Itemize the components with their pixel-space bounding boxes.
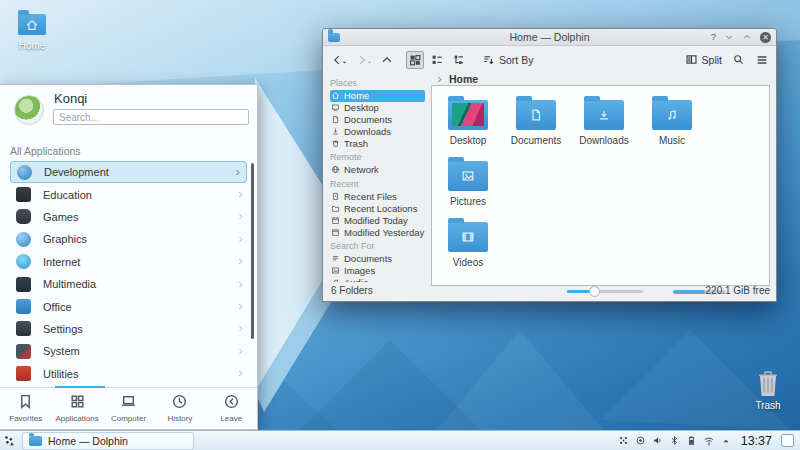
active-tab-indicator	[55, 386, 105, 388]
place-downloads[interactable]: Downloads	[330, 125, 431, 137]
folder-music[interactable]: Music	[638, 94, 706, 146]
task-folder-icon	[29, 436, 42, 446]
place-documents[interactable]: Documents	[330, 114, 431, 126]
zoom-slider[interactable]	[567, 290, 643, 293]
system-icon	[16, 344, 31, 359]
category-multimedia[interactable]: Multimedia	[0, 273, 257, 295]
dolphin-window: Home — Dolphin ? ✕ Sort By Split	[322, 28, 777, 302]
settings-icon	[16, 321, 31, 336]
category-games[interactable]: Games	[0, 206, 257, 228]
forward-button[interactable]	[355, 53, 373, 67]
desktop-home-shortcut[interactable]: Home	[6, 10, 58, 51]
kickoff-tabbar: Favorites Applications Computer History …	[0, 388, 257, 429]
search-icon[interactable]	[732, 53, 745, 66]
tab-history[interactable]: History	[154, 393, 205, 423]
place-modified-yesterday[interactable]: Modified Yesterday	[330, 226, 431, 238]
place-network[interactable]: Network	[330, 164, 431, 176]
folder-pictures[interactable]: Pictures	[434, 155, 502, 207]
status-circle-icon[interactable]	[635, 435, 646, 446]
search-input[interactable]	[53, 109, 249, 125]
back-button[interactable]	[330, 53, 348, 67]
category-development[interactable]: Development	[10, 161, 247, 183]
computer-icon	[120, 393, 137, 410]
desktop-wallpaper-thumb	[452, 103, 484, 126]
window-folder-icon	[328, 33, 340, 42]
tray-expand-icon[interactable]	[721, 436, 731, 446]
breadcrumb-home[interactable]: Home	[449, 73, 478, 85]
tab-computer[interactable]: Computer	[103, 393, 154, 423]
battery-icon[interactable]	[686, 435, 697, 446]
search-for-header: Search For	[330, 241, 431, 251]
place-modified-today[interactable]: Modified Today	[330, 214, 431, 226]
kickoff-menu: Konqi All Applications Development Educa…	[0, 84, 258, 430]
place-desktop[interactable]: Desktop	[330, 102, 431, 114]
search-images[interactable]: Images	[330, 265, 431, 277]
place-recent-locations[interactable]: Recent Locations	[330, 203, 431, 215]
digital-clock[interactable]: 13:37	[741, 434, 772, 448]
titlebar[interactable]: Home — Dolphin ? ✕	[323, 29, 776, 46]
submenu-arrow-icon	[236, 212, 245, 221]
folder-desktop[interactable]: Desktop	[434, 94, 502, 146]
folder-view[interactable]: Desktop Documents Downloads Music Pictur…	[431, 85, 770, 286]
category-graphics[interactable]: Graphics	[0, 228, 257, 250]
system-tray: 13:37	[618, 434, 800, 448]
submenu-arrow-icon	[236, 280, 245, 289]
sort-by-button[interactable]: Sort By	[482, 53, 533, 66]
category-utilities[interactable]: Utilities	[0, 363, 257, 385]
show-desktop-button[interactable]	[781, 434, 794, 447]
split-button[interactable]: Split	[685, 53, 722, 66]
compact-view-icon	[430, 53, 444, 67]
bookmark-icon	[17, 393, 34, 410]
category-settings[interactable]: Settings	[0, 318, 257, 340]
place-recent-files[interactable]: Recent Files	[330, 191, 431, 203]
wifi-icon[interactable]	[703, 435, 715, 447]
folder-downloads[interactable]: Downloads	[570, 94, 638, 146]
device-notifier-icon[interactable]	[618, 435, 629, 446]
zoom-slider-knob[interactable]	[589, 286, 600, 297]
statusbar: 6 Folders 220.1 GiB free	[323, 282, 776, 301]
hamburger-menu-icon[interactable]	[755, 53, 769, 67]
kde-desktop: { "desktop": { "home_icon_label": "Home"…	[0, 0, 800, 450]
app-launcher-button[interactable]	[0, 434, 20, 448]
graphics-icon	[16, 232, 31, 247]
volume-icon[interactable]	[652, 435, 663, 446]
sort-icon	[482, 53, 495, 66]
category-internet[interactable]: Internet	[0, 251, 257, 273]
maximize-button[interactable]	[742, 32, 752, 42]
all-applications-header: All Applications	[10, 145, 257, 157]
place-home[interactable]: Home	[330, 90, 425, 102]
home-folder-icon	[18, 14, 46, 35]
free-space-label: 220.1 GiB free	[706, 285, 770, 296]
close-button[interactable]: ✕	[760, 32, 771, 43]
icons-view-button[interactable]	[406, 51, 424, 69]
tab-favorites[interactable]: Favorites	[0, 393, 51, 423]
kickoff-launcher-icon	[3, 434, 17, 448]
place-trash[interactable]: Trash	[330, 137, 431, 149]
desktop-home-label: Home	[6, 40, 58, 51]
task-label: Home — Dolphin	[48, 435, 128, 447]
taskbar-task-dolphin[interactable]: Home — Dolphin	[22, 432, 194, 450]
compact-view-button[interactable]	[428, 51, 446, 69]
places-panel: Places Home Desktop Documents Downloads …	[323, 73, 431, 282]
breadcrumb: Home	[431, 73, 770, 85]
category-system[interactable]: System	[0, 340, 257, 362]
taskbar-panel: Home — Dolphin 13:37	[0, 430, 800, 450]
places-header: Places	[330, 78, 431, 88]
help-button[interactable]: ?	[711, 32, 716, 42]
minimize-button[interactable]	[724, 32, 734, 42]
kickoff-header: Konqi	[0, 85, 257, 133]
category-education[interactable]: Education	[0, 183, 257, 205]
search-documents[interactable]: Documents	[330, 253, 431, 265]
tab-applications[interactable]: Applications	[51, 393, 102, 423]
folder-documents[interactable]: Documents	[502, 94, 570, 146]
folder-videos[interactable]: Videos	[434, 216, 502, 268]
desktop-trash-shortcut[interactable]: Trash	[742, 368, 794, 411]
up-button[interactable]	[380, 53, 394, 67]
tab-leave[interactable]: Leave	[206, 393, 257, 423]
kickoff-scrollbar[interactable]	[251, 163, 254, 339]
details-view-button[interactable]	[450, 51, 468, 69]
category-office[interactable]: Office	[0, 295, 257, 317]
icons-view-icon	[408, 53, 422, 67]
bluetooth-icon[interactable]	[669, 435, 680, 446]
clock-icon	[171, 393, 188, 410]
